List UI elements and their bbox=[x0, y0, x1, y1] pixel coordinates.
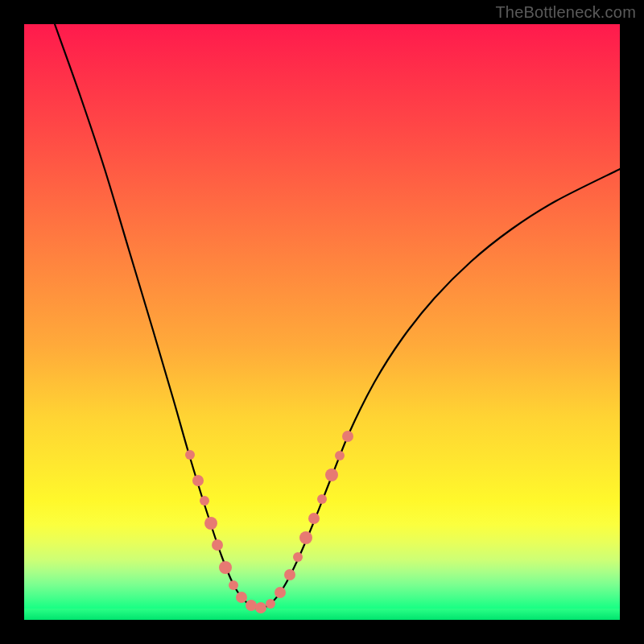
data-point-dot bbox=[200, 496, 209, 506]
data-point-dot bbox=[317, 494, 327, 504]
data-point-dot bbox=[299, 531, 312, 544]
data-point-markers bbox=[185, 431, 353, 613]
data-point-dot bbox=[284, 569, 295, 580]
data-point-dot bbox=[255, 602, 266, 613]
watermark-text: TheBottleneck.com bbox=[495, 3, 636, 22]
plot-area bbox=[24, 24, 620, 620]
chart-frame: TheBottleneck.com bbox=[0, 0, 644, 644]
data-point-dot bbox=[212, 539, 223, 551]
bottleneck-curve-svg bbox=[24, 24, 620, 620]
data-point-dot bbox=[266, 599, 275, 609]
data-point-dot bbox=[246, 600, 257, 611]
data-point-dot bbox=[229, 580, 238, 590]
data-point-dot bbox=[219, 561, 232, 574]
data-point-dot bbox=[325, 469, 338, 481]
data-point-dot bbox=[293, 552, 303, 562]
data-point-dot bbox=[185, 450, 195, 460]
data-point-dot bbox=[192, 475, 204, 486]
data-point-dot bbox=[204, 517, 217, 530]
bottleneck-curve-path bbox=[55, 24, 620, 609]
data-point-dot bbox=[275, 587, 286, 598]
data-point-dot bbox=[342, 431, 353, 442]
data-point-dot bbox=[236, 592, 247, 603]
data-point-dot bbox=[335, 451, 345, 460]
data-point-dot bbox=[308, 513, 320, 524]
